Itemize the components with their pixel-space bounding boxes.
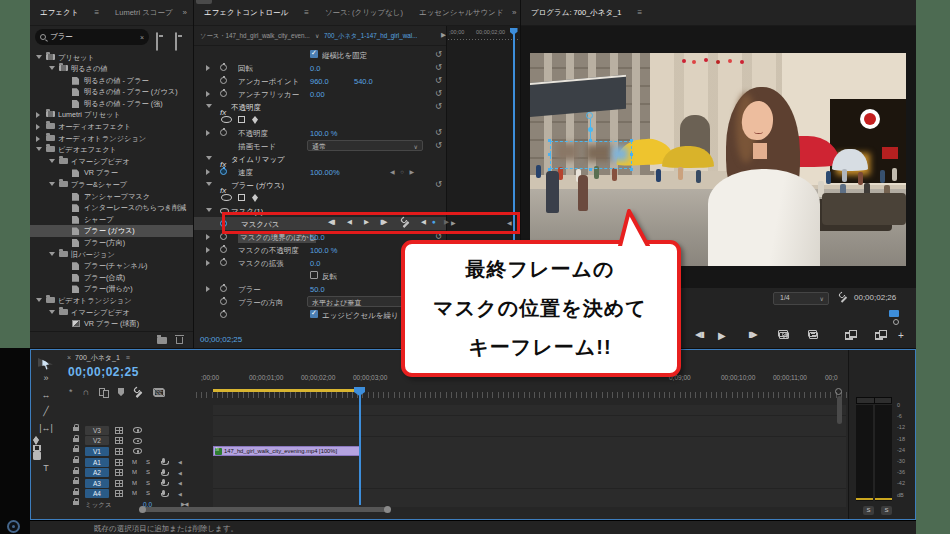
twirl-icon[interactable]: [206, 104, 212, 108]
timeline-ruler-ticks[interactable]: [196, 392, 848, 398]
voiceover-mic-icon[interactable]: [162, 458, 165, 463]
track-name[interactable]: A4: [85, 489, 109, 498]
solo-button[interactable]: S: [146, 480, 150, 486]
parameter-value[interactable]: 0.00: [310, 90, 325, 99]
twirl-icon[interactable]: [49, 252, 55, 256]
selection-tool[interactable]: [36, 358, 56, 370]
mute-button[interactable]: M: [132, 459, 137, 465]
voiceover-mic-icon[interactable]: [162, 479, 165, 484]
source-patch-icon[interactable]: [115, 469, 123, 476]
twirl-icon[interactable]: [206, 169, 210, 175]
parameter-value[interactable]: 100.0 %: [310, 129, 338, 138]
effects-tree-item[interactable]: プリセット: [30, 51, 193, 63]
parameter-icon[interactable]: [220, 298, 227, 305]
twirl-icon[interactable]: [49, 159, 55, 163]
solo-button[interactable]: S: [146, 459, 150, 465]
track-name[interactable]: V3: [85, 426, 109, 435]
effects-tree-item[interactable]: イマーシブビデオ: [30, 306, 193, 318]
effects-tree-item[interactable]: 明るさの値 - ブラー (強): [30, 97, 193, 109]
checkbox[interactable]: [310, 50, 318, 58]
effects-tree-item[interactable]: ブラー(方向): [30, 237, 193, 249]
mask-handle-dot[interactable]: [588, 127, 593, 132]
parameter-icon[interactable]: [220, 101, 227, 108]
lock-icon[interactable]: [73, 491, 79, 495]
search-value[interactable]: ブラー: [50, 32, 136, 42]
ruler-label[interactable]: 00;00;02;00: [301, 374, 335, 381]
parameter-value[interactable]: 0.0: [310, 259, 320, 268]
vertical-scrollbar[interactable]: [837, 396, 842, 424]
parameter-icon[interactable]: [220, 233, 227, 240]
scrollbar-handle[interactable]: [835, 388, 842, 395]
solo-button[interactable]: S: [146, 469, 150, 475]
twirl-icon[interactable]: [206, 130, 210, 136]
effects-tree-item[interactable]: ブラー&シャープ: [30, 179, 193, 191]
twirl-icon[interactable]: [36, 55, 42, 59]
rectangle-mask-icon[interactable]: [238, 116, 245, 123]
rectangle-mask-icon[interactable]: [238, 194, 245, 201]
lock-icon[interactable]: [73, 438, 79, 442]
panel-menu-icon[interactable]: ≡: [637, 8, 642, 17]
solo-button[interactable]: S: [146, 490, 150, 496]
effects-tree-item[interactable]: ブラー (ガウス): [30, 225, 193, 237]
source-patch-icon[interactable]: [115, 459, 123, 466]
reset-icon[interactable]: [435, 88, 442, 98]
reset-icon[interactable]: [435, 127, 442, 137]
mask-handle-circle[interactable]: [586, 112, 593, 119]
source-patch-icon[interactable]: [115, 437, 123, 444]
parameter-value[interactable]: 960.0: [310, 77, 329, 86]
keyframe-nav-icons[interactable]: [390, 168, 416, 175]
ruler-label[interactable]: 00;0: [825, 374, 838, 381]
twirl-icon[interactable]: [36, 112, 40, 118]
comparison-view-icon[interactable]: [845, 330, 856, 338]
parameter-icon[interactable]: [220, 153, 227, 160]
ruler-label[interactable]: 00;00;01;00: [249, 374, 283, 381]
effects-tree-item[interactable]: インターレースのちらつき削減: [30, 202, 193, 214]
ruler-label[interactable]: ;00;00: [201, 374, 219, 381]
parameter-icon[interactable]: [220, 64, 227, 71]
chevron-down-icon[interactable]: ∨: [315, 32, 319, 39]
parameter-value[interactable]: 0.0: [310, 64, 320, 73]
panel-menu-icon[interactable]: ≡: [304, 8, 309, 17]
solo-button-left[interactable]: S: [863, 506, 874, 515]
effects-tree-item[interactable]: ブラー(チャンネル): [30, 260, 193, 272]
parameter-icon[interactable]: [220, 129, 227, 136]
effects-tree-item[interactable]: ブラー(滑らか): [30, 283, 193, 295]
sequence-clip-label[interactable]: 700_小ネタ_1-147_hd_girl_wal...: [324, 32, 417, 41]
twirl-icon[interactable]: [206, 91, 210, 97]
parameter-icon[interactable]: [220, 285, 227, 292]
effects-tree-item[interactable]: イマーシブビデオ: [30, 155, 193, 167]
parameter-value[interactable]: 100.00%: [310, 168, 340, 177]
export-frame-icon[interactable]: [778, 330, 788, 337]
twirl-icon[interactable]: [206, 234, 210, 240]
lock-icon[interactable]: [73, 480, 79, 484]
tab-effect-controls[interactable]: エフェクトコントロール: [204, 8, 288, 18]
panel-overflow-icon[interactable]: »: [183, 8, 187, 17]
effects-tree-item[interactable]: 明るさの値 - ブラー: [30, 74, 193, 86]
twirl-icon[interactable]: [206, 247, 210, 253]
parameter-value[interactable]: 通常: [307, 140, 423, 151]
program-scroll-handle[interactable]: [893, 319, 899, 325]
reset-icon[interactable]: [435, 62, 442, 72]
reset-icon[interactable]: [435, 101, 442, 111]
track-select-tool[interactable]: »: [33, 370, 59, 387]
parameter-icon[interactable]: [220, 168, 227, 175]
play-icon[interactable]: ▶: [718, 330, 725, 341]
timeline-clip[interactable]: 147_hd_girl_walk_city_evening.mp4 [100%]: [213, 446, 361, 456]
track-name[interactable]: A3: [85, 479, 109, 488]
zoom-level-select[interactable]: 1/4: [773, 292, 829, 305]
tab-source-monitor[interactable]: ソース: (クリップなし): [325, 8, 403, 18]
timeline-settings-icon[interactable]: [134, 388, 143, 397]
pan-knob-icon[interactable]: ◀: [178, 491, 182, 497]
add-button-icon[interactable]: +: [898, 330, 903, 341]
audio-track-row[interactable]: A2 M S ◀: [31, 468, 849, 479]
effects-tree-item[interactable]: 旧バージョン: [30, 248, 193, 260]
effects-tree-item[interactable]: シャープ: [30, 213, 193, 225]
snap-icon[interactable]: ∩: [83, 387, 89, 397]
video-track-row[interactable]: V3: [31, 425, 849, 436]
lock-icon[interactable]: [73, 448, 79, 452]
program-playhead-marker[interactable]: [889, 310, 899, 317]
pen-mask-icon[interactable]: [252, 194, 258, 202]
panel-overflow-icon[interactable]: »: [512, 8, 516, 17]
work-area-bar[interactable]: [213, 389, 360, 392]
toggle-visibility-icon[interactable]: [133, 427, 142, 433]
